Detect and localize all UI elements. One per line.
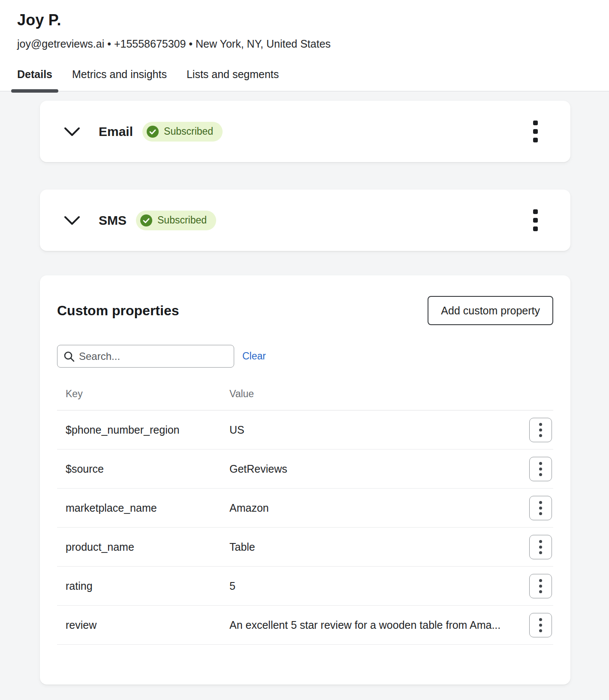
kebab-dot xyxy=(539,501,542,504)
property-key: $source xyxy=(66,463,229,475)
column-header-value: Value xyxy=(229,388,529,400)
kebab-dot xyxy=(539,468,542,471)
clear-search-link[interactable]: Clear xyxy=(242,350,266,362)
sms-subscribed-badge: Subscribed xyxy=(136,211,216,230)
row-options-button[interactable] xyxy=(529,418,552,442)
chevron-down-icon xyxy=(64,215,80,226)
kebab-dot xyxy=(533,121,538,125)
kebab-dot xyxy=(539,590,542,593)
properties-table-body: $phone_number_region US $source GetRevie… xyxy=(57,410,553,645)
tab-details[interactable]: Details xyxy=(17,68,52,91)
check-circle-icon xyxy=(140,214,153,227)
tab-lists-and-segments[interactable]: Lists and segments xyxy=(187,68,279,91)
kebab-dot xyxy=(533,226,538,231)
kebab-dot xyxy=(539,551,542,554)
kebab-dot xyxy=(539,462,542,465)
row-options-button[interactable] xyxy=(529,574,552,598)
property-key: product_name xyxy=(66,541,229,553)
property-key: $phone_number_region xyxy=(66,424,229,436)
property-value: GetReviews xyxy=(229,463,529,475)
kebab-dot xyxy=(539,629,542,632)
property-key: rating xyxy=(66,580,229,592)
column-header-key: Key xyxy=(66,388,229,400)
profile-header: Joy P. joy@getreviews.ai • +15558675309 … xyxy=(0,0,609,91)
table-row: product_name Table xyxy=(57,528,553,567)
kebab-dot xyxy=(533,218,538,223)
kebab-dot xyxy=(539,546,542,549)
kebab-dot xyxy=(539,585,542,588)
channel-title-sms: SMS xyxy=(99,213,127,228)
channel-title-email: Email xyxy=(99,124,133,139)
row-options-button[interactable] xyxy=(529,457,552,481)
tab-metrics-and-insights[interactable]: Metrics and insights xyxy=(72,68,167,91)
search-input[interactable] xyxy=(57,345,234,368)
sms-channel-card: SMS Subscribed xyxy=(40,190,570,251)
add-custom-property-button[interactable]: Add custom property xyxy=(428,296,553,325)
search-icon xyxy=(63,351,75,362)
email-expand-button[interactable] xyxy=(63,123,81,140)
kebab-dot xyxy=(533,129,538,134)
check-circle-icon xyxy=(146,125,159,138)
email-subscribed-badge: Subscribed xyxy=(142,122,223,142)
table-row: $source GetReviews xyxy=(57,450,553,489)
profile-contact-line: joy@getreviews.ai • +15558675309 • New Y… xyxy=(17,38,592,50)
property-key: marketplace_name xyxy=(66,502,229,514)
property-value: Table xyxy=(229,541,529,553)
table-row: rating 5 xyxy=(57,567,553,606)
properties-table-header: Key Value xyxy=(57,388,553,410)
kebab-dot xyxy=(539,473,542,476)
kebab-dot xyxy=(539,512,542,515)
table-row: $phone_number_region US xyxy=(57,410,553,450)
kebab-dot xyxy=(533,138,538,142)
property-value: US xyxy=(229,424,529,436)
table-row: marketplace_name Amazon xyxy=(57,489,553,528)
kebab-dot xyxy=(539,540,542,543)
custom-properties-title: Custom properties xyxy=(57,303,179,319)
kebab-dot xyxy=(539,434,542,437)
kebab-dot xyxy=(539,618,542,621)
sms-options-button[interactable] xyxy=(529,207,542,234)
profile-content: Email Subscribed SMS Subscribed xyxy=(0,91,609,685)
email-channel-card: Email Subscribed xyxy=(40,101,570,162)
row-options-button[interactable] xyxy=(529,613,552,637)
property-value: An excellent 5 star review for a wooden … xyxy=(229,619,529,631)
email-status-label: Subscribed xyxy=(164,126,213,137)
sms-status-label: Subscribed xyxy=(157,214,207,226)
kebab-dot xyxy=(539,428,542,431)
kebab-dot xyxy=(539,423,542,426)
row-options-button[interactable] xyxy=(529,496,552,520)
kebab-dot xyxy=(539,579,542,582)
chevron-down-icon xyxy=(64,127,80,137)
email-options-button[interactable] xyxy=(529,118,542,145)
page-title: Joy P. xyxy=(17,11,592,29)
properties-table: Key Value $phone_number_region US $sourc… xyxy=(57,388,553,645)
sms-expand-button[interactable] xyxy=(63,212,81,229)
property-value: 5 xyxy=(229,580,529,592)
kebab-dot xyxy=(539,507,542,510)
kebab-dot xyxy=(539,624,542,627)
property-value: Amazon xyxy=(229,502,529,514)
table-row: review An excellent 5 star review for a … xyxy=(57,606,553,645)
profile-tabs: Details Metrics and insights Lists and s… xyxy=(17,68,592,91)
property-key: review xyxy=(66,619,229,631)
kebab-dot xyxy=(533,209,538,214)
row-options-button[interactable] xyxy=(529,535,552,559)
custom-properties-card: Custom properties Add custom property Cl… xyxy=(40,275,570,685)
